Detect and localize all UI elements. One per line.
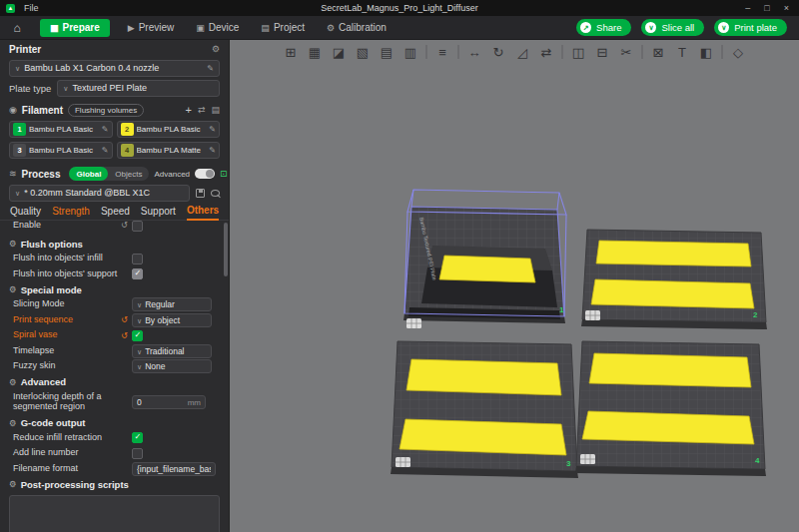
process-preset-select[interactable]: * 0.20mm Standard @BBL X1C — [9, 185, 190, 202]
timelapse-select[interactable]: Traditional — [132, 344, 212, 358]
plate-settings-icon[interactable] — [406, 318, 421, 328]
slice-dropdown-icon: ∨ — [645, 22, 656, 33]
interlocking-input[interactable] — [137, 397, 186, 407]
filename-format-input[interactable] — [137, 464, 211, 474]
model-diffuser-panel[interactable] — [591, 279, 754, 308]
viewport-toolbar: ⊞ ▦ ◪ ▧ ▤ ▥ ≡ ↔ ↻ ◿ ⇄ ◫ ⊟ ✂ ⊠ T ◧ — [283, 43, 747, 61]
fuzzy-skin-select[interactable]: None — [132, 359, 212, 373]
scope-global[interactable]: Global — [69, 167, 108, 181]
filament-slot-1[interactable]: 1 Bambu PLA Basic ✎ — [9, 121, 113, 138]
arrange-all-icon[interactable]: ▧ — [355, 43, 372, 61]
compare-presets-icon[interactable]: ⊡ — [220, 169, 228, 179]
plate-settings-icon[interactable] — [580, 454, 595, 464]
variable-layer-height-icon[interactable]: ▥ — [402, 43, 419, 61]
add-object-icon[interactable]: ⊞ — [283, 43, 300, 61]
edit-filament-icon[interactable]: ✎ — [209, 146, 216, 155]
chevron-down-icon — [137, 346, 142, 356]
tab-project[interactable]: ▤ Project — [257, 19, 309, 37]
tab-prepare[interactable]: ▦ Prepare — [40, 19, 110, 37]
flush-infill-checkbox[interactable] — [132, 254, 143, 265]
tab-others[interactable]: Others — [187, 203, 219, 221]
model-diffuser-panel[interactable] — [406, 359, 561, 395]
plate-1-active[interactable]: Bambu Textured PEI Plate 1 — [403, 190, 566, 328]
split-to-parts-icon[interactable]: ⊟ — [594, 43, 611, 61]
plate-settings-icon[interactable] — [585, 310, 600, 320]
mirror-icon[interactable]: ⇄ — [538, 43, 555, 61]
enable-checkbox[interactable] — [132, 221, 143, 232]
advanced-toggle[interactable] — [195, 169, 215, 179]
post-processing-scripts-textarea[interactable] — [9, 495, 220, 532]
filament-slot-4[interactable]: 4 Bambu PLA Matte ✎ — [117, 142, 221, 159]
reset-icon[interactable]: ↺ — [121, 221, 132, 230]
flatten-icon[interactable]: ▤ — [379, 43, 396, 61]
split-to-objects-icon[interactable]: ◫ — [570, 43, 587, 61]
move-icon[interactable]: ↔ — [466, 43, 483, 61]
add-plate-icon[interactable]: ▦ — [307, 43, 324, 61]
settings-scrollbar[interactable] — [224, 221, 228, 532]
filament-slot-2[interactable]: 2 Bambu PLA Basic ✎ — [117, 121, 221, 138]
print-plate-button[interactable]: ∨ Print plate — [714, 19, 787, 36]
tab-support[interactable]: Support — [141, 203, 176, 221]
print-sequence-select[interactable]: By object — [132, 313, 212, 327]
tab-calibration[interactable]: ⚙ Calibration — [323, 19, 391, 37]
scale-icon[interactable]: ◿ — [514, 43, 531, 61]
printer-select[interactable]: Bambu Lab X1 Carbon 0.4 nozzle ✎ — [9, 60, 220, 77]
search-settings-icon[interactable] — [211, 190, 220, 197]
assembly-view-icon[interactable]: ◇ — [730, 43, 747, 61]
model-yellow-diffuser[interactable] — [439, 256, 535, 282]
add-filament-button[interactable]: + — [186, 104, 192, 116]
edit-filament-icon[interactable]: ✎ — [102, 146, 109, 155]
color-painting-icon[interactable]: ◧ — [698, 43, 715, 61]
build-scene[interactable]: 2 — [230, 40, 799, 532]
edit-filament-icon[interactable]: ✎ — [102, 125, 109, 134]
save-preset-icon[interactable] — [196, 189, 205, 198]
tab-quality[interactable]: Quality — [10, 203, 41, 221]
edit-filament-icon[interactable]: ✎ — [209, 125, 216, 134]
slicing-mode-select[interactable]: Regular — [132, 297, 212, 311]
text-tool-icon[interactable]: T — [674, 43, 691, 61]
minimize-button[interactable]: – — [745, 3, 750, 13]
printer-settings-gear-icon[interactable]: ⚙ — [212, 44, 220, 54]
mesh-boolean-icon[interactable]: ⊠ — [650, 43, 667, 61]
flushing-volumes-button[interactable]: Flushing volumes — [68, 104, 144, 117]
tab-strength[interactable]: Strength — [52, 203, 90, 221]
model-diffuser-panel[interactable] — [582, 411, 754, 444]
file-menu[interactable]: File — [20, 3, 43, 13]
plate-3[interactable]: 3 — [391, 341, 578, 478]
rotate-icon[interactable]: ↻ — [490, 43, 507, 61]
tab-device[interactable]: ▣ Device — [192, 19, 243, 37]
model-diffuser-panel[interactable] — [589, 353, 751, 387]
auto-orient-icon[interactable]: ◪ — [331, 43, 348, 61]
plate-type-select[interactable]: Textured PEI Plate — [57, 80, 220, 97]
home-icon[interactable]: ⌂ — [8, 21, 26, 35]
tab-preview[interactable]: ▶ Preview — [124, 19, 179, 37]
objects-list-icon[interactable]: ≡ — [434, 43, 451, 61]
filament-slot-3[interactable]: 3 Bambu PLA Basic ✎ — [9, 142, 113, 159]
model-diffuser-panel[interactable] — [400, 419, 566, 455]
edit-printer-icon[interactable]: ✎ — [207, 64, 214, 73]
chevron-down-icon — [137, 361, 142, 371]
reduce-infill-checkbox[interactable] — [132, 432, 143, 443]
viewport-3d[interactable]: ⊞ ▦ ◪ ▧ ▤ ▥ ≡ ↔ ↻ ◿ ⇄ ◫ ⊟ ✂ ⊠ T ◧ — [230, 40, 799, 532]
cut-icon[interactable]: ✂ — [618, 43, 635, 61]
plate-settings-icon[interactable] — [396, 457, 410, 467]
reset-print-sequence-icon[interactable]: ↺ — [121, 315, 132, 324]
advanced-section: ⚙ Advanced — [0, 374, 229, 389]
flush-support-checkbox[interactable] — [132, 268, 143, 279]
maximize-button[interactable]: □ — [764, 3, 769, 13]
add-line-number-checkbox[interactable] — [132, 448, 143, 459]
scope-objects[interactable]: Objects — [108, 167, 149, 181]
reset-spiral-vase-icon[interactable]: ↺ — [121, 331, 132, 340]
plate-4[interactable]: 4 — [575, 341, 766, 476]
sync-filament-icon[interactable]: ⇄ — [198, 105, 206, 115]
slicing-mode-label: Slicing Mode — [13, 299, 121, 309]
tab-speed[interactable]: Speed — [101, 203, 130, 221]
close-button[interactable]: × — [784, 3, 789, 13]
spiral-vase-checkbox[interactable] — [132, 330, 143, 341]
slice-all-button[interactable]: ∨ Slice all — [641, 19, 704, 36]
model-diffuser-panel[interactable] — [596, 241, 751, 266]
scrollbar-thumb[interactable] — [224, 223, 228, 276]
share-button[interactable]: ↗ Share — [576, 19, 631, 36]
plate-2[interactable]: 2 — [581, 230, 767, 329]
edit-filaments-icon[interactable]: ▤ — [211, 105, 220, 115]
